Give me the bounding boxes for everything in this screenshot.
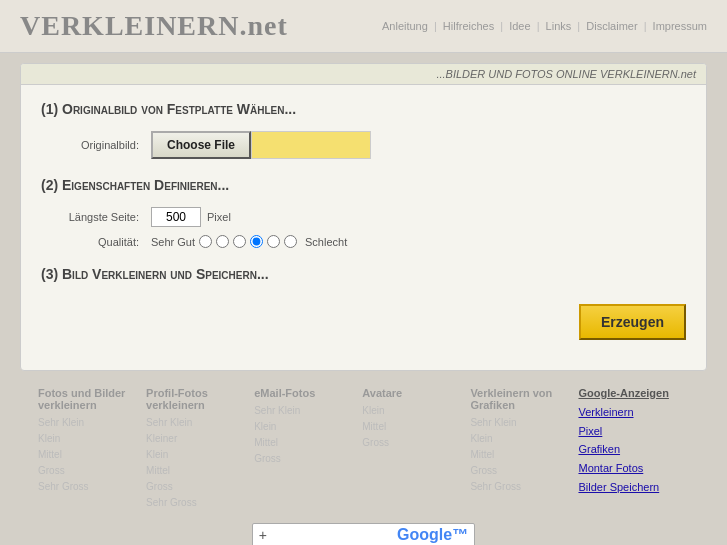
site-title: VERKLEINERN.net (20, 10, 288, 42)
footer-profil-item-2: Kleiner (146, 431, 238, 447)
panel-header: ...BILDER UND FOTOS ONLINE VERKLEINERN.n… (21, 64, 706, 85)
footer-profil-item-5: Gross (146, 479, 238, 495)
footer-col-fotos: Fotos und Bilder verkleinern Sehr Klein … (30, 387, 138, 511)
step2-heading: (2) Eigenschaften Definieren... (41, 177, 686, 193)
quality-radio-3[interactable] (233, 235, 246, 248)
generate-area: Erzeugen (41, 296, 686, 340)
longest-side-row: Längste Seite: Pixel (61, 207, 686, 227)
quality-radio-6[interactable] (284, 235, 297, 248)
footer-fotos-item-2: Klein (38, 431, 130, 447)
footer-fotos-item-1: Sehr Klein (38, 415, 130, 431)
step3-heading: (3) Bild Verkleinern und Speichern... (41, 266, 686, 282)
footer-avatare-item-2: Mittel (362, 419, 454, 435)
google-logo: Google™ (397, 526, 468, 544)
nav-links: Anleitung | Hilfreiches | Idee | Links |… (382, 20, 707, 32)
footer-avatare-title: Avatare (362, 387, 454, 399)
footer-col-email: eMail-Fotos Sehr Klein Klein Mittel Gros… (246, 387, 354, 511)
footer-email-item-2: Klein (254, 419, 346, 435)
longest-side-label: Längste Seite: (61, 211, 151, 223)
footer-fotos-item-4: Gross (38, 463, 130, 479)
footer-fotos-title: Fotos und Bilder verkleinern (38, 387, 130, 411)
footer-avatare-item-3: Gross (362, 435, 454, 451)
originalbild-label: Originalbild: (61, 139, 151, 151)
footer-grafiken-title: Verkleinern von Grafiken (470, 387, 562, 411)
choose-file-button[interactable]: Choose File (151, 131, 251, 159)
step1-field-row: Originalbild: Choose File (61, 131, 686, 159)
footer-col-google: Google-Anzeigen Verkleinern Pixel Grafik… (570, 387, 697, 511)
footer-grafiken-item-4: Gross (470, 463, 562, 479)
footer-email-item-1: Sehr Klein (254, 403, 346, 419)
footer-google-title: Google-Anzeigen (578, 387, 689, 399)
footer-col-profil: Profil-Fotos verkleinern Sehr Klein Klei… (138, 387, 246, 511)
quality-radio-2[interactable] (216, 235, 229, 248)
nav-disclaimer[interactable]: Disclaimer (586, 20, 637, 32)
google-search-input[interactable] (273, 528, 393, 542)
footer-email-item-3: Mittel (254, 435, 346, 451)
footer-profil-item-3: Klein (146, 447, 238, 463)
main-content: ...BILDER UND FOTOS ONLINE VERKLEINERN.n… (0, 53, 727, 545)
quality-options: Sehr Gut Schlecht (151, 235, 347, 248)
footer-google-item-2[interactable]: Pixel (578, 422, 689, 441)
footer-google-item-4[interactable]: Montar Fotos (578, 459, 689, 478)
footer-grafiken-item-2: Klein (470, 431, 562, 447)
quality-label: Qualität: (61, 236, 151, 248)
footer-profil-title: Profil-Fotos verkleinern (146, 387, 238, 411)
quality-radio-4[interactable] (250, 235, 263, 248)
footer-col-avatare: Avatare Klein Mittel Gross (354, 387, 462, 511)
main-panel: ...BILDER UND FOTOS ONLINE VERKLEINERN.n… (20, 63, 707, 371)
footer-profil-item-1: Sehr Klein (146, 415, 238, 431)
footer: Fotos und Bilder verkleinern Sehr Klein … (20, 383, 707, 515)
footer-col-grafiken: Verkleinern von Grafiken Sehr Klein Klei… (462, 387, 570, 511)
nav-links[interactable]: Links (546, 20, 572, 32)
step1-heading: (1) Originalbild von Festplatte Wählen..… (41, 101, 686, 117)
footer-email-title: eMail-Fotos (254, 387, 346, 399)
quality-radio-1[interactable] (199, 235, 212, 248)
quality-row: Qualität: Sehr Gut Schlecht (61, 235, 686, 248)
nav-impressum[interactable]: Impressum (653, 20, 707, 32)
nav-idee[interactable]: Idee (509, 20, 530, 32)
nav-anleitung[interactable]: Anleitung (382, 20, 428, 32)
footer-avatare-item-1: Klein (362, 403, 454, 419)
footer-grafiken-item-1: Sehr Klein (470, 415, 562, 431)
panel-body: (1) Originalbild von Festplatte Wählen..… (21, 85, 706, 370)
schlecht-label: Schlecht (305, 236, 347, 248)
sehr-gut-label: Sehr Gut (151, 236, 195, 248)
quality-radio-5[interactable] (267, 235, 280, 248)
footer-google-item-1[interactable]: Verkleinern (578, 403, 689, 422)
file-input-area: Choose File (151, 131, 371, 159)
footer-google-item-3[interactable]: Grafiken (578, 440, 689, 459)
generate-button[interactable]: Erzeugen (579, 304, 686, 340)
step1-section: (1) Originalbild von Festplatte Wählen..… (41, 101, 686, 159)
step3-section: (3) Bild Verkleinern und Speichern... Er… (41, 266, 686, 340)
footer-fotos-item-5: Sehr Gross (38, 479, 130, 495)
pixel-unit-label: Pixel (207, 211, 231, 223)
footer-google-item-5[interactable]: Bilder Speichern (578, 478, 689, 497)
google-search-bar: + Google™ (20, 515, 707, 545)
footer-email-item-4: Gross (254, 451, 346, 467)
footer-grafiken-item-5: Sehr Gross (470, 479, 562, 495)
footer-grafiken-item-3: Mittel (470, 447, 562, 463)
footer-profil-item-6: Sehr Gross (146, 495, 238, 511)
google-plus-sign: + (259, 527, 267, 543)
google-search-box: + Google™ (252, 523, 475, 545)
footer-profil-item-4: Mittel (146, 463, 238, 479)
file-name-display (251, 131, 371, 159)
header: VERKLEINERN.net Anleitung | Hilfreiches … (0, 0, 727, 53)
pixel-input[interactable] (151, 207, 201, 227)
nav-hilfreiches[interactable]: Hilfreiches (443, 20, 494, 32)
step2-section: (2) Eigenschaften Definieren... Längste … (41, 177, 686, 248)
footer-fotos-item-3: Mittel (38, 447, 130, 463)
